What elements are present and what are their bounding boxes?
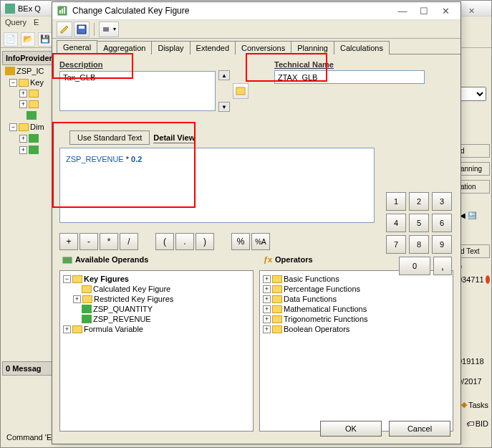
tree-zsp[interactable]: ZSP_IC xyxy=(2,65,52,77)
tree-dim2[interactable]: + xyxy=(2,144,52,156)
expand-icon[interactable]: + xyxy=(19,135,27,143)
numeric-keypad: 1 2 3 4 5 6 7 8 9 xyxy=(386,192,452,254)
collapse-icon[interactable]: − xyxy=(9,123,17,131)
tab-anning[interactable]: anning xyxy=(458,162,490,176)
toolbar-divider xyxy=(94,23,95,36)
infoprovider-header: InfoProvider xyxy=(2,51,52,65)
tree-boolean-operators[interactable]: + Boolean Operators xyxy=(263,324,450,334)
available-operands-tree[interactable]: − Key Figures Calculated Key Figure + Re… xyxy=(59,270,254,432)
tree-formula-variable[interactable]: + Formula Variable xyxy=(63,324,250,334)
change-ckf-dialog: Change Calculated Key Figure — ☐ ✕ ▼ Gen… xyxy=(52,1,461,444)
tree-sub1[interactable]: + xyxy=(2,88,52,99)
op-mult[interactable]: * xyxy=(100,233,118,250)
expand-icon[interactable]: + xyxy=(19,146,27,154)
expand-icon[interactable]: + xyxy=(73,295,81,303)
expand-icon[interactable]: + xyxy=(263,315,271,323)
tree-basic-functions[interactable]: + Basic Functions xyxy=(263,274,450,284)
detail-view-formula[interactable]: ZSP_REVENUE * 0.2 xyxy=(59,148,375,223)
key-0[interactable]: 0 xyxy=(399,257,430,275)
label-date2: 9/2017 xyxy=(458,377,490,386)
use-standard-text-button[interactable]: Use Standard Text xyxy=(69,130,150,145)
tab-general[interactable]: General xyxy=(57,40,97,54)
tab-ation[interactable]: ation xyxy=(458,180,490,194)
menu-edit[interactable]: E xyxy=(34,18,39,29)
tab-conversions[interactable]: Conversions xyxy=(235,41,291,54)
svg-text:ƒx: ƒx xyxy=(264,255,272,264)
tab-display[interactable]: Display xyxy=(151,41,190,54)
settings-dropdown[interactable]: ▼ xyxy=(99,22,119,37)
bid-tab[interactable]: 🏷 BID xyxy=(466,419,488,428)
tab-aggregation[interactable]: Aggregation xyxy=(97,41,152,54)
key-7[interactable]: 7 xyxy=(386,235,406,254)
tree-rkf[interactable]: + Restricted Key Figures xyxy=(63,294,250,304)
op-percent-a[interactable]: %A xyxy=(251,233,270,250)
expand-icon[interactable]: + xyxy=(263,325,271,333)
desc-down-button[interactable]: ▼ xyxy=(218,102,230,112)
op-rparen[interactable]: ) xyxy=(196,233,214,250)
key-4[interactable]: 4 xyxy=(386,214,406,232)
collapse-icon[interactable]: − xyxy=(9,79,17,87)
technical-name-input[interactable] xyxy=(274,70,425,84)
save-button[interactable]: 💾 xyxy=(38,32,52,47)
menu-query[interactable]: Query xyxy=(5,18,26,29)
tree-sub2[interactable]: + xyxy=(2,99,52,110)
op-lparen[interactable]: ( xyxy=(155,233,174,250)
dropdown[interactable] xyxy=(458,87,486,101)
tree-dim1[interactable]: + xyxy=(2,133,52,144)
expand-icon[interactable]: + xyxy=(263,305,271,313)
tree-key-figures[interactable]: − Key Figures xyxy=(63,274,250,284)
collapse-icon[interactable]: − xyxy=(63,275,71,283)
tab-dtext[interactable]: d Text xyxy=(458,244,490,258)
bex-close-button[interactable]: ✕ xyxy=(457,4,486,18)
minimize-button[interactable]: — xyxy=(392,3,413,19)
cancel-button[interactable]: Cancel xyxy=(389,421,450,437)
expand-icon[interactable]: + xyxy=(19,100,27,108)
tab-planning[interactable]: Planning xyxy=(291,41,334,54)
tab-calculations[interactable]: Calculations xyxy=(334,41,390,54)
desc-up-button[interactable]: ▲ xyxy=(218,70,230,80)
tree-percentage-functions[interactable]: + Percentage Functions xyxy=(263,284,450,294)
op-impl[interactable]: . xyxy=(175,233,194,250)
key-5[interactable]: 5 xyxy=(409,214,429,232)
ok-button[interactable]: OK xyxy=(320,421,382,437)
open-button[interactable]: 📂 xyxy=(21,32,35,47)
save-button[interactable] xyxy=(74,22,90,37)
btn-strip[interactable]: ◀ 🔙 xyxy=(458,209,490,221)
tree-revenue[interactable]: ZSP_REVENUE xyxy=(63,314,250,324)
desc-helper-button[interactable] xyxy=(233,83,249,99)
tree-trigonometric-functions[interactable]: + Trigonometric Functions xyxy=(263,314,450,324)
expand-icon[interactable]: + xyxy=(63,325,71,333)
key-9[interactable]: 9 xyxy=(432,235,452,254)
op-div[interactable]: / xyxy=(120,233,138,250)
tree-dim[interactable]: − Dim xyxy=(2,121,52,133)
op-plus[interactable]: + xyxy=(59,233,78,250)
tree-kf1[interactable] xyxy=(2,110,52,121)
tree-quantity[interactable]: ZSP_QUANTITY xyxy=(63,304,250,314)
expand-icon[interactable]: + xyxy=(263,275,271,283)
close-button[interactable]: ✕ xyxy=(435,3,456,19)
tree-data-functions[interactable]: + Data Functions xyxy=(263,294,450,304)
key-8[interactable]: 8 xyxy=(409,235,429,254)
expand-icon[interactable]: + xyxy=(19,90,27,97)
key-3[interactable]: 3 xyxy=(432,192,452,211)
tab-extended[interactable]: Extended xyxy=(190,41,236,54)
tasks-tab[interactable]: ◆ Tasks xyxy=(461,400,488,409)
tree-key[interactable]: − Key xyxy=(2,77,52,88)
key-1[interactable]: 1 xyxy=(386,192,406,211)
key-comma[interactable]: , xyxy=(433,257,452,275)
maximize-button[interactable]: ☐ xyxy=(413,3,435,19)
new-button[interactable]: 📄 xyxy=(4,32,18,47)
dialog-icon xyxy=(57,5,68,16)
operators-tree[interactable]: + Basic Functions + Percentage Functions… xyxy=(259,270,453,432)
op-minus[interactable]: - xyxy=(79,233,98,250)
key-6[interactable]: 6 xyxy=(432,214,452,232)
tree-mathematical-functions[interactable]: + Mathematical Functions xyxy=(263,304,450,314)
tab-d[interactable]: d xyxy=(458,144,490,158)
op-percent[interactable]: % xyxy=(231,233,250,250)
description-input[interactable] xyxy=(59,71,216,111)
edit-mode-button[interactable] xyxy=(57,22,72,37)
expand-icon[interactable]: + xyxy=(263,295,271,303)
tree-ckf[interactable]: Calculated Key Figure xyxy=(63,284,250,294)
expand-icon[interactable]: + xyxy=(263,285,271,293)
key-2[interactable]: 2 xyxy=(409,192,429,211)
